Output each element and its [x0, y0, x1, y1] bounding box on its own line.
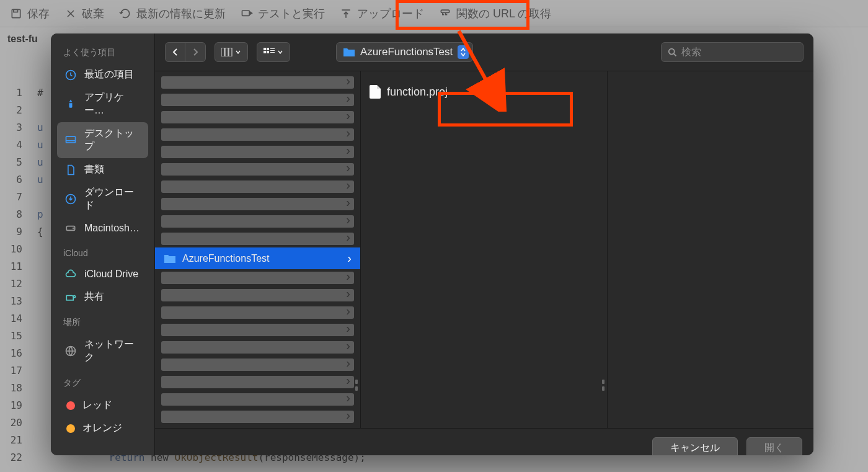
sidebar-item-label: デスクトップ — [84, 127, 141, 153]
desktop-icon — [64, 134, 77, 146]
file-icon — [370, 85, 381, 99]
list-item[interactable] — [161, 393, 354, 406]
search-icon — [668, 47, 676, 57]
sidebar-item-macintosh[interactable]: Macintosh… — [57, 217, 148, 239]
file-open-dialog: よく使う項目 最近の項目 アプリケー… デスクトップ 書類 ダウンロード Mac… — [51, 33, 813, 455]
folder-icon — [164, 254, 176, 264]
list-item[interactable] — [161, 358, 354, 371]
list-item[interactable] — [161, 306, 354, 319]
sidebar-item-label: オレンジ — [82, 422, 122, 435]
list-item[interactable] — [161, 163, 354, 176]
tag-dot-icon — [66, 424, 75, 433]
column-1: AzureFunctionsTest — [155, 71, 361, 428]
location-label: AzureFunctionsTest — [360, 46, 453, 58]
search-input[interactable] — [681, 47, 797, 58]
svg-rect-15 — [264, 51, 266, 53]
svg-rect-19 — [270, 52, 275, 53]
sidebar-item-label: 最近の項目 — [84, 68, 134, 81]
list-item[interactable] — [161, 198, 354, 210]
sidebar-item-label: iCloud Drive — [84, 269, 138, 280]
share-icon — [64, 291, 77, 303]
list-item[interactable] — [161, 376, 354, 388]
svg-rect-18 — [270, 50, 275, 51]
sidebar-item-recents[interactable]: 最近の項目 — [57, 63, 148, 86]
list-item[interactable] — [161, 289, 354, 301]
list-item[interactable] — [161, 411, 354, 423]
svg-rect-17 — [270, 48, 275, 49]
chevron-down-icon — [277, 49, 283, 55]
tag-dot-icon — [66, 401, 75, 410]
list-item[interactable] — [161, 324, 354, 336]
list-item[interactable] — [161, 111, 354, 123]
list-item[interactable] — [161, 233, 354, 245]
download-icon — [64, 193, 77, 205]
view-mode-selector[interactable] — [215, 42, 248, 62]
dialog-sidebar: よく使う項目 最近の項目 アプリケー… デスクトップ 書類 ダウンロード Mac… — [51, 33, 155, 455]
sidebar-head-icloud: iCloud — [63, 248, 148, 258]
globe-icon — [64, 345, 77, 357]
dialog-toolbar: AzureFunctionsTest — [155, 33, 813, 71]
sidebar-item-network[interactable]: ネットワーク — [57, 333, 148, 369]
location-dropdown[interactable]: AzureFunctionsTest — [336, 42, 473, 62]
column-3 — [608, 71, 813, 428]
list-item[interactable] — [161, 76, 354, 89]
updown-icon — [458, 45, 469, 59]
list-item[interactable] — [161, 180, 354, 193]
svg-rect-14 — [267, 48, 269, 50]
list-item[interactable] — [161, 341, 354, 354]
clock-icon — [64, 69, 77, 81]
blurred-folder-list — [155, 269, 360, 425]
folder-label: AzureFunctionsTest — [182, 253, 270, 264]
list-item[interactable] — [161, 215, 354, 228]
columns-view-button[interactable] — [215, 43, 247, 61]
cloud-icon — [64, 268, 77, 280]
column-2: function.proj — [361, 71, 608, 428]
nav-buttons — [165, 42, 206, 62]
svg-rect-16 — [267, 51, 269, 53]
sidebar-item-shared[interactable]: 共有 — [57, 285, 148, 308]
blurred-folder-list — [155, 74, 360, 247]
sidebar-item-label: Macintosh… — [84, 223, 140, 234]
grid-icon — [264, 48, 275, 56]
column-resize-handle[interactable] — [602, 380, 604, 391]
chevron-down-icon — [235, 49, 241, 55]
sidebar-head-tags: タグ — [63, 378, 148, 389]
sidebar-item-downloads[interactable]: ダウンロード — [57, 181, 148, 217]
sidebar-item-icloud-drive[interactable]: iCloud Drive — [57, 263, 148, 285]
app-icon — [64, 98, 77, 110]
list-item[interactable] — [161, 146, 354, 158]
sidebar-tag-red[interactable]: レッド — [57, 394, 148, 417]
columns-icon — [221, 48, 232, 56]
list-item[interactable] — [161, 128, 354, 141]
chevron-right-icon — [192, 48, 199, 56]
folder-row-selected[interactable]: AzureFunctionsTest — [155, 247, 360, 269]
sidebar-head-favorites: よく使う項目 — [63, 47, 148, 58]
view-options[interactable] — [257, 42, 290, 62]
forward-button[interactable] — [185, 43, 205, 61]
svg-rect-11 — [225, 48, 228, 56]
list-item[interactable] — [161, 272, 354, 284]
sidebar-item-label: ダウンロード — [84, 186, 141, 212]
doc-icon — [64, 164, 77, 176]
sidebar-item-desktop[interactable]: デスクトップ — [57, 122, 148, 158]
open-button[interactable]: 開く — [746, 437, 802, 455]
file-row[interactable]: function.proj — [361, 81, 607, 102]
column-resize-handle[interactable] — [355, 380, 358, 391]
dialog-footer: キャンセル 開く — [155, 428, 813, 455]
svg-rect-12 — [229, 48, 232, 56]
sidebar-item-documents[interactable]: 書類 — [57, 158, 148, 181]
cancel-button[interactable]: キャンセル — [652, 437, 738, 455]
back-button[interactable] — [166, 43, 185, 61]
folder-icon — [343, 47, 355, 57]
sidebar-item-label: ネットワーク — [84, 338, 141, 364]
sidebar-item-label: 共有 — [84, 290, 104, 303]
chevron-left-icon — [172, 48, 179, 56]
sidebar-head-locations: 場所 — [63, 317, 148, 328]
search-box[interactable] — [661, 42, 804, 62]
sidebar-tag-orange[interactable]: オレンジ — [57, 417, 148, 440]
svg-rect-5 — [66, 136, 76, 143]
sidebar-item-applications[interactable]: アプリケー… — [57, 86, 148, 122]
list-item[interactable] — [161, 94, 354, 106]
sidebar-item-label: アプリケー… — [84, 91, 141, 117]
group-button[interactable] — [257, 43, 290, 61]
